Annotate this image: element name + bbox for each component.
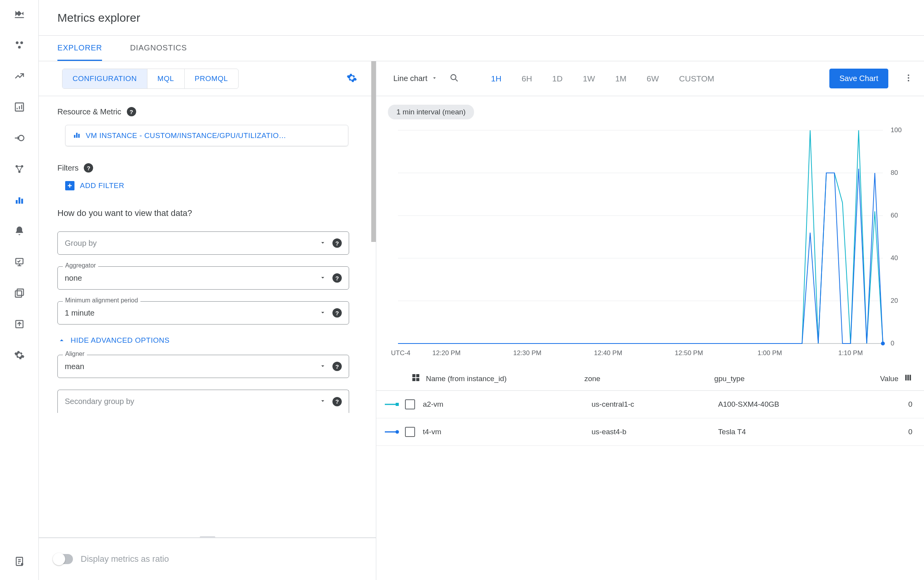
header: Metrics explorer [39,0,924,36]
aggregator-select[interactable]: none ? [57,266,349,290]
svg-rect-9 [16,200,17,204]
svg-rect-52 [910,375,911,381]
legend-table: Name (from instance_id) zone gpu_type Va… [376,367,924,446]
svg-point-7 [21,165,23,167]
svg-text:UTC-4: UTC-4 [391,349,410,357]
svg-rect-11 [21,199,23,204]
help-icon[interactable]: ? [332,273,342,283]
time-range-1h[interactable]: 1H [491,74,502,83]
help-icon[interactable]: ? [332,397,342,406]
nav-services-icon[interactable] [12,38,26,52]
svg-rect-54 [396,403,399,406]
nav-slo-icon[interactable] [12,317,26,331]
svg-point-17 [21,563,23,565]
chart-plot[interactable]: 02040608010012:20 PM12:30 PM12:40 PM12:5… [388,126,912,363]
series-checkbox[interactable] [405,399,415,409]
nav-dashboard-icon[interactable] [12,100,26,114]
column-chooser-icon[interactable] [904,373,912,384]
save-chart-button[interactable]: Save Chart [829,69,888,88]
search-icon[interactable] [449,73,459,84]
svg-point-45 [881,342,885,345]
filters-label: Filters ? [57,163,361,173]
time-range-6w[interactable]: 6W [647,74,659,83]
caret-down-icon [431,74,438,83]
time-range-1w[interactable]: 1W [583,74,595,83]
svg-rect-13 [15,291,21,297]
svg-point-21 [451,74,456,79]
columns-icon[interactable] [411,373,420,384]
time-range-1m[interactable]: 1M [615,74,626,83]
svg-point-22 [908,74,909,76]
svg-text:12:20 PM: 12:20 PM [433,349,461,357]
help-icon[interactable]: ? [127,107,136,116]
svg-text:60: 60 [891,212,898,219]
svg-text:20: 20 [891,297,898,304]
scrollbar-thumb[interactable] [371,61,376,242]
add-filter-button[interactable]: + ADD FILTER [65,181,361,190]
time-range-6h[interactable]: 6H [522,74,532,83]
series-swatch [385,429,405,435]
svg-text:12:30 PM: 12:30 PM [513,349,542,357]
plus-icon: + [65,181,74,190]
config-tabs-bar: CONFIGURATION MQL PROMQL [39,61,376,96]
legend-row[interactable]: a2-vm us-central1-c A100-SXM4-40GB 0 [376,391,924,418]
tab-explorer[interactable]: EXPLORER [57,36,102,61]
svg-point-56 [396,430,399,434]
help-icon[interactable]: ? [332,362,342,371]
svg-text:0: 0 [891,340,894,347]
min-align-select[interactable]: 1 minute ? [57,301,349,325]
config-tab-mql[interactable]: MQL [147,69,185,88]
svg-rect-0 [15,17,24,18]
series-checkbox[interactable] [405,427,415,437]
nav-trending-icon[interactable] [12,69,26,83]
page-title: Metrics explorer [57,11,140,24]
tab-diagnostics[interactable]: DIAGNOSTICS [130,36,187,61]
svg-rect-19 [76,133,78,138]
svg-rect-50 [905,375,907,381]
config-tab-promql[interactable]: PROMQL [185,69,238,88]
svg-text:80: 80 [891,169,898,176]
nav-groups-icon[interactable] [12,286,26,300]
view-question: How do you want to view that data? [57,208,361,218]
svg-text:12:40 PM: 12:40 PM [594,349,622,357]
ratio-toggle[interactable] [54,554,73,564]
resource-metric-label: Resource & Metric ? [57,107,361,116]
help-icon[interactable]: ? [84,163,93,173]
main-tabs: EXPLORER DIAGNOSTICS [39,36,924,61]
nav-metrics-icon[interactable] [12,193,26,207]
time-range-1d[interactable]: 1D [552,74,563,83]
config-settings-gear-icon[interactable] [346,72,357,85]
nav-notes-icon[interactable] [12,554,26,568]
ratio-bar: Display metrics as ratio [39,537,376,580]
aligner-legend: Aligner [63,350,87,357]
group-by-select[interactable]: Group by ? [57,231,349,255]
interval-chip: 1 min interval (mean) [388,105,474,119]
help-icon[interactable]: ? [332,238,342,248]
metric-selector[interactable]: VM INSTANCE - CUSTOM/INSTANCE/GPU/UTILIZ… [65,125,348,146]
svg-point-6 [16,165,18,167]
aligner-select[interactable]: mean ? [57,355,349,378]
help-icon[interactable]: ? [332,308,342,318]
time-range-custom[interactable]: CUSTOM [679,74,715,83]
nav-alerts-icon[interactable] [12,224,26,238]
svg-rect-47 [416,374,419,377]
nav-uptime-icon[interactable] [12,255,26,269]
more-menu-icon[interactable] [904,73,913,84]
secondary-group-select[interactable]: Secondary group by ? [57,390,349,413]
nav-graph-icon[interactable] [12,162,26,176]
nav-login-icon[interactable] [12,131,26,145]
min-align-legend: Minimum alignment period [63,297,140,304]
chart-toolbar: Line chart 1H6H1D1W1M6WCUSTOM Save Chart [376,61,924,96]
config-panel: CONFIGURATION MQL PROMQL Resource & Metr… [39,61,376,580]
svg-rect-18 [74,135,76,138]
svg-text:100: 100 [891,126,902,134]
nav-settings-icon[interactable] [12,348,26,362]
svg-rect-14 [17,289,23,295]
legend-row[interactable]: t4-vm us-east4-b Tesla T4 0 [376,418,924,446]
caret-down-icon [319,274,326,282]
config-tab-configuration[interactable]: CONFIGURATION [62,69,147,88]
aggregator-legend: Aggregator [63,262,98,269]
nav-overview-icon[interactable] [12,7,26,21]
chart-type-select[interactable]: Line chart [393,74,438,83]
hide-advanced-toggle[interactable]: HIDE ADVANCED OPTIONS [57,336,361,345]
